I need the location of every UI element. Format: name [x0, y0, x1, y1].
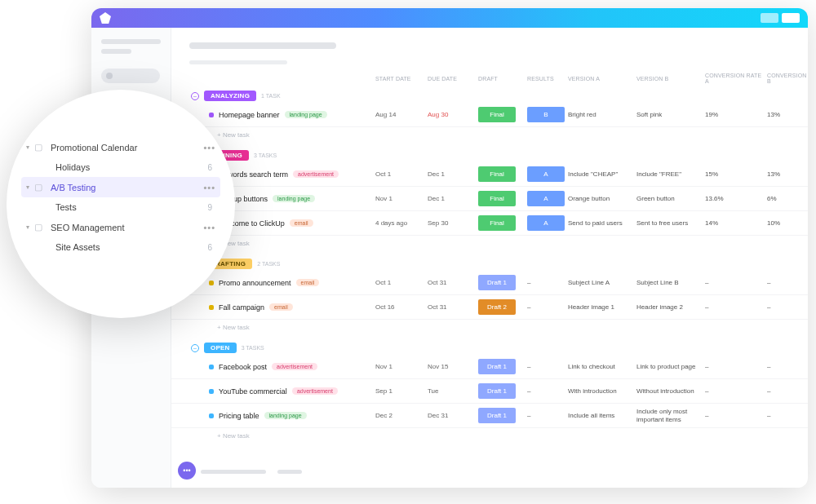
conv-rate-a[interactable]: 14%: [705, 219, 762, 228]
version-a-cell[interactable]: Include "CHEAP": [568, 170, 632, 179]
task-tag[interactable]: landing page: [264, 412, 307, 419]
window-control-button[interactable]: [761, 13, 778, 23]
conv-rate-b[interactable]: –: [767, 363, 808, 371]
draft-badge[interactable]: Draft 2: [478, 299, 516, 315]
draft-badge[interactable]: Draft 1: [478, 275, 516, 290]
draft-badge[interactable]: Draft 1: [478, 359, 516, 374]
conv-rate-a[interactable]: –: [705, 279, 762, 287]
result-cell[interactable]: –: [527, 363, 563, 371]
conv-rate-a[interactable]: 19%: [705, 111, 762, 119]
draft-badge[interactable]: Draft 1: [478, 383, 516, 399]
start-date[interactable]: Sep 1: [375, 387, 423, 395]
result-cell[interactable]: –: [527, 303, 563, 312]
col-start-date[interactable]: START DATE: [375, 76, 423, 82]
col-conv-b[interactable]: CONVERSION RATE B: [767, 73, 808, 84]
task-row[interactable]: Facebook post advertisement Nov 1 Nov 15…: [171, 355, 808, 379]
task-tag[interactable]: advertisement: [293, 170, 339, 178]
start-date[interactable]: 4 days ago: [375, 219, 423, 227]
result-cell[interactable]: –: [527, 279, 563, 287]
version-b-cell[interactable]: Soft pink: [636, 111, 700, 119]
conv-rate-a[interactable]: –: [705, 412, 762, 420]
more-icon[interactable]: •••: [203, 183, 215, 192]
chat-fab-button[interactable]: •••: [178, 462, 196, 480]
status-group-header[interactable]: – OPEN 3 TASKS: [171, 338, 808, 355]
task-tag[interactable]: advertisement: [292, 387, 338, 395]
task-name[interactable]: Facebook post: [219, 363, 267, 371]
new-task-button[interactable]: + New task: [171, 320, 808, 338]
sidebar-folder-item[interactable]: ▾ ▢ A/B Testing •••: [21, 177, 220, 197]
conv-rate-b[interactable]: –: [767, 387, 808, 396]
task-row[interactable]: Welcome to ClickUp email 4 days ago Sep …: [171, 211, 808, 236]
due-date[interactable]: Tue: [428, 387, 473, 395]
caret-icon[interactable]: ▾: [26, 223, 34, 231]
col-conv-a[interactable]: CONVERSION RATE A: [705, 73, 762, 84]
search-placeholder[interactable]: [101, 69, 160, 83]
version-b-cell[interactable]: Link to product page: [636, 363, 700, 371]
due-date[interactable]: Dec 1: [428, 170, 473, 178]
caret-icon[interactable]: ▾: [26, 183, 34, 191]
task-name[interactable]: Promo announcement: [219, 279, 291, 287]
due-date[interactable]: Oct 31: [428, 303, 473, 311]
result-cell[interactable]: –: [527, 387, 563, 396]
more-icon[interactable]: •••: [203, 223, 215, 232]
sidebar-list-item[interactable]: Holidays 6: [21, 157, 220, 177]
task-tag[interactable]: email: [296, 279, 320, 286]
conv-rate-b[interactable]: 13%: [767, 111, 808, 119]
version-b-cell[interactable]: Sent to free users: [636, 219, 700, 228]
start-date[interactable]: Dec 2: [375, 412, 423, 419]
task-tag[interactable]: landing page: [273, 195, 315, 202]
window-control-button[interactable]: [782, 13, 800, 23]
col-version-a[interactable]: VERSION A: [568, 76, 632, 82]
result-badge[interactable]: A: [527, 215, 565, 231]
version-a-cell[interactable]: With introduction: [568, 387, 632, 396]
col-draft[interactable]: DRAFT: [478, 76, 522, 82]
conv-rate-a[interactable]: 15%: [705, 170, 762, 179]
new-task-button[interactable]: + New task: [171, 127, 808, 145]
conv-rate-b[interactable]: –: [767, 412, 808, 420]
result-badge[interactable]: A: [527, 166, 565, 182]
version-b-cell[interactable]: Header image 2: [636, 303, 700, 312]
due-date[interactable]: Sep 30: [428, 219, 473, 227]
sidebar-folder-item[interactable]: ▾ ▢ Promotional Calendar •••: [21, 137, 220, 157]
start-date[interactable]: Aug 14: [375, 111, 423, 118]
draft-badge[interactable]: Final: [478, 166, 516, 182]
status-tag[interactable]: ANALYZING: [204, 91, 256, 101]
version-b-cell[interactable]: Subject Line B: [636, 279, 700, 287]
col-version-b[interactable]: VERSION B: [636, 76, 700, 82]
conv-rate-b[interactable]: –: [767, 303, 808, 312]
conv-rate-a[interactable]: –: [705, 363, 762, 371]
caret-icon[interactable]: ▾: [26, 144, 34, 151]
task-row[interactable]: Fall campaign email Oct 16 Oct 31 Draft …: [171, 295, 808, 320]
result-cell[interactable]: –: [527, 412, 563, 420]
start-date[interactable]: Nov 1: [375, 363, 423, 370]
due-date[interactable]: Oct 31: [428, 279, 473, 286]
conv-rate-b[interactable]: 10%: [767, 219, 808, 228]
collapse-icon[interactable]: –: [191, 344, 199, 352]
sidebar-list-item[interactable]: Tests 9: [21, 197, 220, 217]
start-date[interactable]: Nov 1: [375, 195, 423, 202]
task-tag[interactable]: advertisement: [272, 363, 317, 370]
due-date[interactable]: Dec 1: [428, 195, 473, 202]
conv-rate-b[interactable]: –: [767, 279, 808, 287]
start-date[interactable]: Oct 16: [375, 303, 423, 311]
version-b-cell[interactable]: Green button: [636, 195, 700, 203]
start-date[interactable]: Oct 1: [375, 279, 423, 286]
status-group-header[interactable]: – RUNNING 3 TASKS: [171, 145, 808, 162]
version-a-cell[interactable]: Send to paid users: [568, 219, 632, 228]
task-name[interactable]: Homepage banner: [219, 111, 280, 119]
draft-badge[interactable]: Final: [478, 107, 516, 122]
task-tag[interactable]: email: [269, 303, 293, 311]
task-row[interactable]: YouTube commercial advertisement Sep 1 T…: [171, 379, 808, 404]
task-row[interactable]: Homepage banner landing page Aug 14 Aug …: [171, 103, 808, 127]
task-row[interactable]: Signup buttons landing page Nov 1 Dec 1 …: [171, 187, 808, 211]
new-task-button[interactable]: + New task: [171, 236, 808, 254]
draft-badge[interactable]: Final: [478, 191, 516, 206]
col-results[interactable]: RESULTS: [527, 76, 563, 82]
status-group-header[interactable]: – DRAFTING 2 TASKS: [171, 254, 808, 271]
version-a-cell[interactable]: Bright red: [568, 111, 632, 119]
version-b-cell[interactable]: Include "FREE": [636, 170, 700, 179]
result-badge[interactable]: A: [527, 191, 565, 206]
task-tag[interactable]: landing page: [285, 111, 327, 118]
conv-rate-b[interactable]: 6%: [767, 195, 808, 203]
start-date[interactable]: Oct 1: [375, 170, 423, 178]
